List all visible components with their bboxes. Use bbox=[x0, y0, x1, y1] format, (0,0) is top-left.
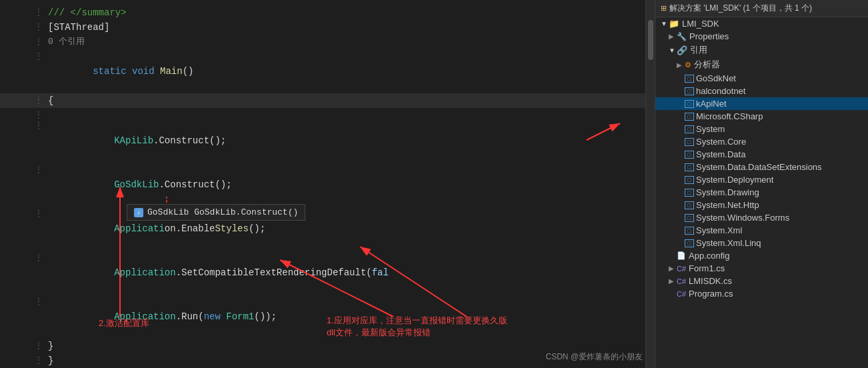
ref-icon: □ bbox=[685, 176, 694, 184]
tree-item-label: System.Windows.Forms bbox=[696, 213, 789, 223]
code-refcount: 0 个引用 bbox=[40, 35, 85, 49]
tree-item-label: System.Core bbox=[696, 137, 746, 147]
tree-expand-icon: ▶ bbox=[677, 61, 685, 69]
tree-expand-icon: ▶ bbox=[669, 277, 677, 285]
ref-icon: □ bbox=[685, 113, 694, 121]
tree-expand-icon: ▼ bbox=[661, 20, 669, 27]
tree-expand-icon: ▶ bbox=[669, 33, 677, 40]
tooltip-icon: i bbox=[134, 208, 143, 217]
ref-icon: □ bbox=[685, 151, 694, 159]
tree-item-ref[interactable]: □ System.Data bbox=[655, 148, 868, 161]
tree-item-label: LMI_SDK bbox=[682, 19, 719, 29]
tree-item-ref[interactable]: □ System.Xml.Linq bbox=[655, 237, 868, 249]
tree-item-ref[interactable]: □ halcondotnet bbox=[655, 85, 868, 97]
cs-icon: C# bbox=[677, 265, 686, 273]
solution-title: ⊞ 解决方案 'LMI_SDK' (1 个项目，共 1 个) bbox=[655, 0, 868, 17]
code-text: /// </summary> bbox=[40, 5, 127, 20]
tree-item-references[interactable]: ▼ 🔗 引用 bbox=[655, 43, 868, 57]
code-line-brace-open: ⋮ { bbox=[0, 93, 645, 108]
code-text: static void Main() bbox=[40, 49, 193, 93]
tree-item-ref[interactable]: □ System.Windows.Forms bbox=[655, 211, 868, 224]
tree-item-label: System.Data.DataSetExtensions bbox=[696, 162, 822, 172]
tree-item-lmisdk[interactable]: ▶ C# LMISDK.cs bbox=[655, 275, 868, 287]
editor-scrollbar[interactable] bbox=[645, 0, 655, 368]
analyze-icon: ⚙ bbox=[685, 61, 691, 69]
ref-icon: □ bbox=[685, 201, 694, 209]
scrollbar-thumb[interactable] bbox=[648, 20, 653, 60]
tree-item-appconfig[interactable]: 📄 App.config bbox=[655, 249, 868, 262]
tree-item-label: Program.cs bbox=[689, 289, 733, 299]
code-text: KApiLib.Construct(); bbox=[40, 119, 226, 163]
cs-icon: C# bbox=[677, 290, 686, 298]
tree-item-ref[interactable]: □ System.Data.DataSetExtensions bbox=[655, 161, 868, 173]
tree-item-ref-system-core[interactable]: □ System.Core bbox=[655, 135, 868, 148]
tree-item-ref[interactable]: □ GoSdkNet bbox=[655, 72, 868, 85]
tree-item-label: System.Xml.Linq bbox=[696, 238, 761, 248]
tree-item-label: System.Xml bbox=[696, 225, 742, 235]
tree-item-ref-selected[interactable]: □ kApiNet bbox=[655, 97, 868, 110]
ref-icon: □ bbox=[685, 189, 694, 197]
tree-item-properties[interactable]: ▶ 🔧 Properties bbox=[655, 30, 868, 43]
tree-item-ref[interactable]: □ System.Xml bbox=[655, 224, 868, 237]
ref-icon: □ bbox=[685, 214, 694, 222]
ref-icon: □ bbox=[685, 100, 694, 108]
tree-item-ref[interactable]: □ Microsoft.CSharp bbox=[655, 110, 868, 123]
ref-icon: □ bbox=[685, 87, 694, 95]
code-area: ⋮ /// </summary> ⋮ [STAThread] ⋮ 0 个引用 ⋮… bbox=[0, 0, 645, 368]
code-line: ⋮ Application.SetCompatibleTextRendering… bbox=[0, 251, 645, 295]
solution-explorer: ⊞ 解决方案 'LMI_SDK' (1 个项目，共 1 个) ▼ 📁 LMI_S… bbox=[655, 0, 868, 368]
tree-item-label: Properties bbox=[689, 31, 729, 41]
tree-item-programcs[interactable]: C# Program.cs bbox=[655, 287, 868, 300]
code-editor: ⋮ /// </summary> ⋮ [STAThread] ⋮ 0 个引用 ⋮… bbox=[0, 0, 645, 368]
code-text: GoSdkLib.Construct(); bbox=[40, 163, 232, 207]
tree-item-label: 引用 bbox=[690, 44, 707, 56]
ref-icon: □ bbox=[685, 227, 694, 235]
code-text: Application.SetCompatibleTextRenderingDe… bbox=[40, 251, 389, 295]
intellisense-tooltip: i GoSdkLib GoSdkLib.Construct() bbox=[127, 204, 305, 221]
tree-item-label: System.Drawing bbox=[696, 187, 759, 197]
tree-item-label: LMISDK.cs bbox=[689, 276, 732, 286]
code-line: ⋮ /// </summary> bbox=[0, 5, 645, 20]
tree-item-analyzer[interactable]: ▶ ⚙ 分析器 bbox=[655, 57, 868, 72]
tree-item-ref[interactable]: □ System bbox=[655, 123, 868, 135]
code-text: [STAThread] bbox=[40, 20, 109, 35]
tree-item-label: System.Net.Http bbox=[696, 200, 759, 210]
project-icon: 📁 bbox=[669, 19, 679, 29]
solution-title-text: 解决方案 'LMI_SDK' (1 个项目，共 1 个) bbox=[669, 3, 812, 14]
csdn-credit: CSDN @爱炸薯条的小朋友 bbox=[545, 351, 643, 363]
refs-icon: 🔗 bbox=[677, 45, 687, 55]
ref-icon: □ bbox=[685, 239, 694, 247]
cs-icon: C# bbox=[677, 277, 686, 285]
code-line: ⋮ KApiLib.Construct(); bbox=[0, 119, 645, 163]
code-line: ⋮ 0 个引用 bbox=[0, 35, 645, 49]
tree-item-label: Microsoft.CSharp bbox=[696, 111, 763, 121]
solution-icon: ⊞ bbox=[661, 4, 667, 13]
code-line: ⋮ Application.Run(new Form1()); bbox=[0, 295, 645, 339]
tree-item-label: halcondotnet bbox=[696, 86, 745, 96]
tree-expand-icon: ▼ bbox=[669, 47, 677, 54]
tree-item-label: System.Data bbox=[696, 149, 745, 159]
ref-icon: □ bbox=[685, 125, 694, 133]
code-line: ⋮ static void Main() bbox=[0, 49, 645, 93]
tree-item-label: 分析器 bbox=[694, 59, 720, 71]
tree-item-label: Form1.cs bbox=[689, 263, 725, 273]
properties-icon: 🔧 bbox=[677, 32, 687, 41]
tree-item-ref[interactable]: □ System.Deployment bbox=[655, 173, 868, 186]
tooltip-text: GoSdkLib GoSdkLib.Construct() bbox=[147, 207, 298, 217]
tree-item-form1[interactable]: ▶ C# Form1.cs bbox=[655, 262, 868, 275]
tree-expand-icon: ▶ bbox=[669, 265, 677, 272]
tree-item-label: kApiNet bbox=[696, 99, 727, 109]
code-line: ⋮ GoSdkLib.Construct(); bbox=[0, 163, 645, 207]
tree-item-ref[interactable]: □ System.Net.Http bbox=[655, 199, 868, 211]
code-line: ⋮ Application.EnableStyles(); bbox=[0, 207, 645, 251]
tree-item-label: GoSdkNet bbox=[696, 73, 736, 83]
tree-item-project[interactable]: ▼ 📁 LMI_SDK bbox=[655, 17, 868, 30]
code-line: ⋮ bbox=[0, 108, 645, 119]
ref-icon: □ bbox=[685, 75, 694, 83]
tree-item-label: App.config bbox=[689, 251, 729, 261]
ref-icon: □ bbox=[685, 163, 694, 171]
config-icon: 📄 bbox=[677, 251, 686, 260]
ref-icon: □ bbox=[685, 138, 694, 146]
tree-item-label: System bbox=[696, 124, 725, 134]
tree-item-ref[interactable]: □ System.Drawing bbox=[655, 186, 868, 199]
